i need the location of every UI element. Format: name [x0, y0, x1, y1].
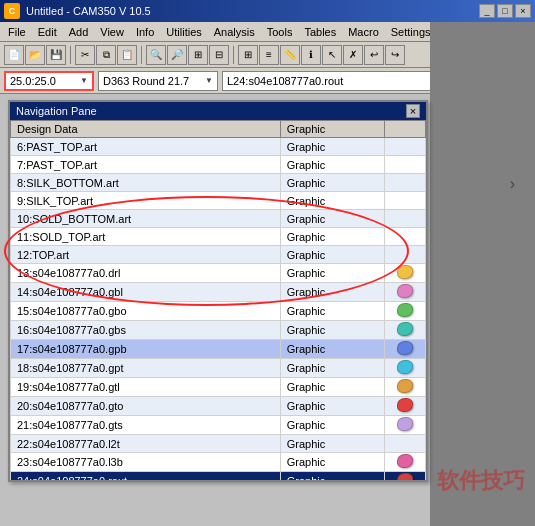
view-tools: ⊞ ≡ 📏 ℹ ↖ ✗ ↩ ↪: [238, 45, 405, 65]
layer-name-cell: 22:s04e108777a0.l2t: [11, 435, 281, 453]
layer-icon-cell: [384, 416, 426, 435]
layer-name-cell: 24:s04e108777a0.rout: [11, 472, 281, 481]
layer-icon-cell: [384, 246, 426, 264]
table-row[interactable]: 11:SOLD_TOP.artGraphic: [11, 228, 426, 246]
info-button[interactable]: ℹ: [301, 45, 321, 65]
menu-file[interactable]: File: [2, 24, 32, 40]
menu-analysis[interactable]: Analysis: [208, 24, 261, 40]
layer-icon-cell: [384, 156, 426, 174]
menu-add[interactable]: Add: [63, 24, 95, 40]
layer-name-cell: 15:s04e108777a0.gbo: [11, 302, 281, 321]
zoom-value: 25.0:25.0: [10, 75, 56, 87]
table-row[interactable]: 18:s04e108777a0.gptGraphic: [11, 359, 426, 378]
table-row[interactable]: 19:s04e108777a0.gtlGraphic: [11, 378, 426, 397]
menu-info[interactable]: Info: [130, 24, 160, 40]
tool-combo[interactable]: D363 Round 21.7 ▼: [98, 71, 218, 91]
cut-button[interactable]: ✂: [75, 45, 95, 65]
zoom-in-button[interactable]: 🔍: [146, 45, 166, 65]
table-row[interactable]: 13:s04e108777a0.drlGraphic: [11, 264, 426, 283]
copy-button[interactable]: ⧉: [96, 45, 116, 65]
layer-name-cell: 21:s04e108777a0.gts: [11, 416, 281, 435]
table-row[interactable]: 8:SILK_BOTTOM.artGraphic: [11, 174, 426, 192]
file-tools: 📄 📂 💾: [4, 45, 66, 65]
undo-button[interactable]: ↩: [364, 45, 384, 65]
layer-type-cell: Graphic: [280, 435, 384, 453]
table-row[interactable]: 17:s04e108777a0.gpbGraphic: [11, 340, 426, 359]
layer-type-cell: Graphic: [280, 397, 384, 416]
layer-type-cell: Graphic: [280, 264, 384, 283]
table-row[interactable]: 16:s04e108777a0.gbsGraphic: [11, 321, 426, 340]
table-wrapper: Design Data Graphic 6:PAST_TOP.artGraphi…: [10, 120, 426, 480]
layer-icon-cell: [384, 378, 426, 397]
layer-icon-cell: [384, 453, 426, 472]
delete-button[interactable]: ✗: [343, 45, 363, 65]
minimize-button[interactable]: _: [479, 4, 495, 18]
menu-macro[interactable]: Macro: [342, 24, 385, 40]
layer-type-cell: Graphic: [280, 228, 384, 246]
app-icon: C: [4, 3, 20, 19]
layer-icon-cell: [384, 397, 426, 416]
table-row[interactable]: 20:s04e108777a0.gtoGraphic: [11, 397, 426, 416]
layer-icon-cell: [384, 435, 426, 453]
table-row[interactable]: 24:s04e108777a0.routGraphic: [11, 472, 426, 481]
grid-button[interactable]: ⊞: [238, 45, 258, 65]
select-button[interactable]: ↖: [322, 45, 342, 65]
layer-name-cell: 19:s04e108777a0.gtl: [11, 378, 281, 397]
nav-pane-close-button[interactable]: ×: [406, 104, 420, 118]
table-row[interactable]: 6:PAST_TOP.artGraphic: [11, 138, 426, 156]
layer-icon-cell: [384, 192, 426, 210]
layer-icon-cell: [384, 472, 426, 481]
menu-tools[interactable]: Tools: [261, 24, 299, 40]
maximize-button[interactable]: □: [497, 4, 513, 18]
table-row[interactable]: 14:s04e108777a0.gblGraphic: [11, 283, 426, 302]
layer-icon-cell: [384, 321, 426, 340]
new-button[interactable]: 📄: [4, 45, 24, 65]
layer-type-cell: Graphic: [280, 359, 384, 378]
red2-flower: [397, 473, 413, 480]
layer-button[interactable]: ≡: [259, 45, 279, 65]
layer-name-cell: 6:PAST_TOP.art: [11, 138, 281, 156]
title-bar-text: Untitled - CAM350 V 10.5: [26, 5, 473, 17]
table-row[interactable]: 22:s04e108777a0.l2tGraphic: [11, 435, 426, 453]
menu-settings[interactable]: Settings: [385, 24, 437, 40]
layer-name-cell: 11:SOLD_TOP.art: [11, 228, 281, 246]
table-row[interactable]: 7:PAST_TOP.artGraphic: [11, 156, 426, 174]
layer-type-cell: Graphic: [280, 174, 384, 192]
menu-utilities[interactable]: Utilities: [160, 24, 207, 40]
close-window-button[interactable]: ×: [515, 4, 531, 18]
lavender-flower: [397, 417, 413, 431]
table-row[interactable]: 15:s04e108777a0.gboGraphic: [11, 302, 426, 321]
tool-value: D363 Round 21.7: [103, 75, 189, 87]
table-row[interactable]: 12:TOP.artGraphic: [11, 246, 426, 264]
pink2-flower: [397, 454, 413, 468]
col-type: Graphic: [280, 121, 384, 138]
layer-icon-cell: [384, 340, 426, 359]
layer-name-cell: 20:s04e108777a0.gto: [11, 397, 281, 416]
zoom-combo[interactable]: 25.0:25.0 ▼: [4, 71, 94, 91]
layer-type-cell: Graphic: [280, 472, 384, 481]
zoom-out-button[interactable]: 🔎: [167, 45, 187, 65]
measure-button[interactable]: 📏: [280, 45, 300, 65]
table-row[interactable]: 9:SILK_TOP.artGraphic: [11, 192, 426, 210]
edit-tools: ✂ ⧉ 📋: [75, 45, 137, 65]
paste-button[interactable]: 📋: [117, 45, 137, 65]
redo-button[interactable]: ↪: [385, 45, 405, 65]
table-row[interactable]: 21:s04e108777a0.gtsGraphic: [11, 416, 426, 435]
zoom-all-button[interactable]: ⊟: [209, 45, 229, 65]
right-panel: [430, 22, 535, 526]
table-row[interactable]: 10:SOLD_BOTTOM.artGraphic: [11, 210, 426, 228]
layer-icon-cell: [384, 359, 426, 378]
layer-name-cell: 23:s04e108777a0.l3b: [11, 453, 281, 472]
save-button[interactable]: 💾: [46, 45, 66, 65]
layer-type-cell: Graphic: [280, 138, 384, 156]
menu-edit[interactable]: Edit: [32, 24, 63, 40]
table-row[interactable]: 23:s04e108777a0.l3bGraphic: [11, 453, 426, 472]
layer-name-cell: 9:SILK_TOP.art: [11, 192, 281, 210]
menu-view[interactable]: View: [94, 24, 130, 40]
menu-tables[interactable]: Tables: [298, 24, 342, 40]
zoom-fit-button[interactable]: ⊞: [188, 45, 208, 65]
open-button[interactable]: 📂: [25, 45, 45, 65]
layer-icon-cell: [384, 302, 426, 321]
title-bar: C Untitled - CAM350 V 10.5 _ □ ×: [0, 0, 535, 22]
navigation-pane: Navigation Pane × Design Data Graphic 6:…: [8, 100, 428, 482]
